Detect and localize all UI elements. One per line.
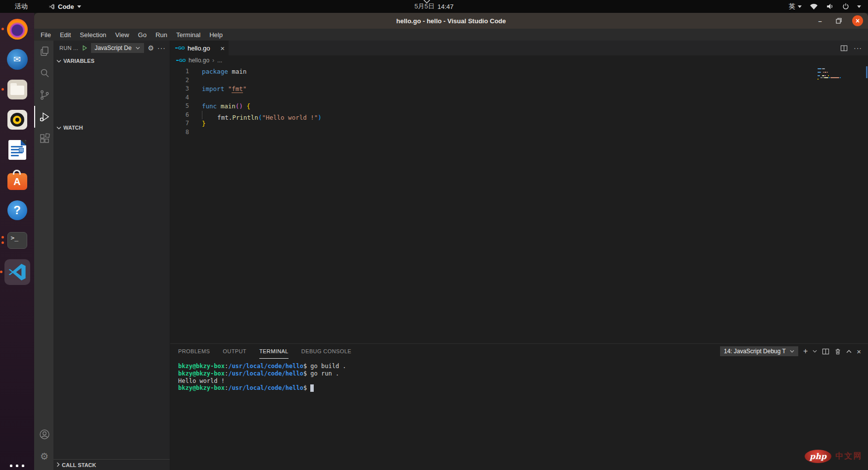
menubar: FileEditSelectionViewGoRunTerminalHelp bbox=[34, 29, 868, 41]
manage-gear-icon[interactable]: ⚙ bbox=[34, 445, 53, 467]
breadcrumb-file[interactable]: hello.go bbox=[189, 57, 209, 64]
panel-tab-terminal[interactable]: TERMINAL bbox=[259, 344, 289, 359]
dock-item-vscode[interactable] bbox=[4, 259, 30, 285]
dock-item-ubuntu-software[interactable]: A bbox=[6, 169, 29, 191]
kill-terminal-trash-icon[interactable] bbox=[834, 348, 841, 355]
start-debug-icon[interactable] bbox=[82, 45, 88, 51]
code-line-4[interactable]: 4 bbox=[170, 94, 868, 102]
code-line-1[interactable]: 1package main bbox=[170, 67, 868, 76]
watch-section-header[interactable]: WATCH bbox=[53, 122, 170, 133]
call-stack-label: CALL STACK bbox=[62, 462, 96, 468]
window-titlebar[interactable]: hello.go - hello - Visual Studio Code – … bbox=[34, 13, 868, 29]
code-line-3[interactable]: 3import "fmt" bbox=[170, 85, 868, 94]
close-panel-icon[interactable]: × bbox=[857, 348, 861, 355]
source-control-icon[interactable] bbox=[34, 84, 53, 106]
variables-label: VARIABLES bbox=[63, 58, 95, 64]
explorer-icon[interactable] bbox=[34, 41, 53, 62]
vscode-window: hello.go - hello - Visual Studio Code – … bbox=[34, 13, 868, 470]
code-text: package main bbox=[202, 67, 246, 76]
running-indicator bbox=[0, 271, 2, 273]
close-button[interactable]: × bbox=[852, 15, 863, 26]
search-icon[interactable] bbox=[34, 62, 53, 84]
ubuntu-top-bar: 活动 Code 5月5日 14:47 英 bbox=[0, 0, 868, 13]
code-text: } bbox=[202, 119, 206, 128]
dock-item-firefox[interactable] bbox=[6, 18, 29, 41]
run-and-debug-icon[interactable] bbox=[34, 106, 53, 128]
code-line-5[interactable]: 5func main() { bbox=[170, 102, 868, 111]
code-editor[interactable]: 1package main23import "fmt"45func main()… bbox=[170, 65, 868, 343]
watch-body bbox=[53, 133, 170, 459]
editor-more-actions-icon[interactable]: ··· bbox=[854, 44, 862, 52]
tab-title: hello.go bbox=[188, 45, 210, 52]
code-line-8[interactable]: 8 bbox=[170, 128, 868, 137]
minimize-button[interactable]: – bbox=[815, 15, 825, 26]
panel-tabbar: PROBLEMSOUTPUTTERMINALDEBUG CONSOLE 14: … bbox=[170, 344, 868, 359]
menu-item-terminal[interactable]: Terminal bbox=[172, 29, 205, 41]
split-editor-icon[interactable] bbox=[840, 45, 848, 52]
new-terminal-icon[interactable]: + bbox=[803, 347, 808, 355]
panel-tab-output[interactable]: OUTPUT bbox=[223, 344, 246, 359]
system-menu-caret-icon[interactable] bbox=[857, 5, 861, 8]
dock-item-libreoffice-writer[interactable] bbox=[6, 139, 29, 161]
menu-item-run[interactable]: Run bbox=[151, 29, 172, 41]
debug-config-dropdown[interactable]: JavaScript De bbox=[91, 43, 144, 53]
firefox-icon bbox=[7, 19, 28, 40]
terminal-output[interactable]: bkzy@bkzy-box:/usr/local/code/hello$ go … bbox=[170, 359, 868, 470]
breadcrumb-ellipsis[interactable]: ... bbox=[217, 57, 222, 64]
extensions-icon[interactable] bbox=[34, 128, 53, 149]
dock-item-terminal[interactable]: >_ bbox=[6, 229, 29, 252]
maximize-panel-icon[interactable] bbox=[846, 350, 852, 353]
dock-item-files[interactable] bbox=[6, 78, 29, 101]
tabbar-actions: ··· bbox=[840, 41, 868, 55]
code-line-6[interactable]: 6 fmt.Println("Hello world !") bbox=[170, 111, 868, 120]
menu-item-go[interactable]: Go bbox=[134, 29, 151, 41]
minimap[interactable] bbox=[818, 68, 862, 82]
panel-tab-problems[interactable]: PROBLEMS bbox=[178, 344, 210, 359]
menu-item-selection[interactable]: Selection bbox=[75, 29, 110, 41]
help-icon: ? bbox=[7, 200, 27, 220]
line-number: 5 bbox=[170, 102, 189, 111]
terminal-selector-dropdown[interactable]: 14: JavaScript Debug T bbox=[720, 346, 798, 356]
dock-item-help[interactable]: ? bbox=[6, 199, 29, 222]
code-text: func main() { bbox=[202, 102, 250, 111]
menu-item-view[interactable]: View bbox=[111, 29, 134, 41]
panel-tab-debug-console[interactable]: DEBUG CONSOLE bbox=[301, 344, 351, 359]
call-stack-section-header[interactable]: CALL STACK bbox=[53, 459, 170, 470]
line-number: 1 bbox=[170, 67, 189, 76]
input-method-label: 英 bbox=[789, 2, 795, 11]
tab-close-icon[interactable]: × bbox=[220, 44, 225, 52]
new-terminal-dropdown-icon[interactable] bbox=[813, 350, 817, 353]
input-method-switcher[interactable]: 英 bbox=[789, 2, 802, 11]
vscode-app-icon bbox=[48, 3, 55, 10]
wifi-icon[interactable] bbox=[810, 3, 818, 10]
menu-item-edit[interactable]: Edit bbox=[55, 29, 75, 41]
show-applications-button[interactable] bbox=[0, 465, 34, 467]
restore-button[interactable] bbox=[833, 15, 844, 26]
volume-icon[interactable] bbox=[826, 3, 834, 10]
variables-section-header[interactable]: VARIABLES bbox=[53, 55, 170, 66]
input-method-caret-icon bbox=[798, 5, 802, 8]
dock-item-thunderbird[interactable]: ✉ bbox=[6, 48, 29, 71]
app-menu-button[interactable]: Code bbox=[48, 3, 81, 10]
ubuntu-software-icon: A bbox=[7, 173, 27, 190]
app-menu-caret-icon bbox=[77, 5, 81, 8]
tab-hello-go[interactable]: GO hello.go × bbox=[170, 41, 229, 55]
terminal-icon: >_ bbox=[7, 232, 27, 249]
system-tray: 英 bbox=[789, 2, 861, 11]
debug-config-value: JavaScript De bbox=[95, 45, 132, 51]
accounts-icon[interactable] bbox=[34, 423, 53, 445]
menu-item-file[interactable]: File bbox=[36, 29, 55, 41]
activities-button[interactable]: 活动 bbox=[15, 2, 28, 11]
menu-item-help[interactable]: Help bbox=[205, 29, 227, 41]
variables-body bbox=[53, 66, 170, 122]
terminal-line-2: bkzy@bkzy-box:/usr/local/code/hello$ go … bbox=[178, 370, 868, 377]
configure-gear-icon[interactable]: ⚙ bbox=[147, 44, 154, 52]
code-line-2[interactable]: 2 bbox=[170, 76, 868, 85]
clock-menu[interactable]: 5月5日 14:47 bbox=[414, 2, 453, 11]
dock-item-rhythmbox[interactable] bbox=[6, 108, 29, 131]
power-icon[interactable] bbox=[842, 3, 849, 10]
breadcrumb[interactable]: GO hello.go › ... bbox=[170, 55, 868, 65]
app-menu-label: Code bbox=[58, 3, 74, 10]
more-actions-icon[interactable]: ··· bbox=[157, 44, 166, 52]
split-terminal-icon[interactable] bbox=[822, 348, 829, 355]
